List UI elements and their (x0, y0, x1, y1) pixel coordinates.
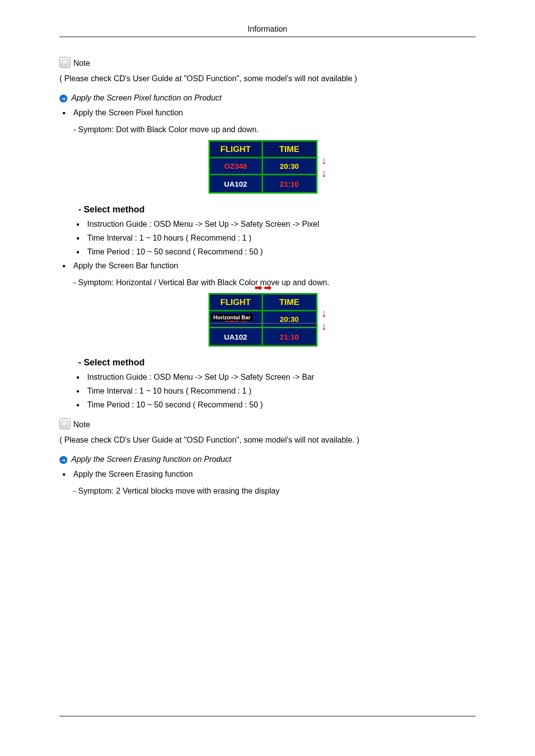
note-text-1: ( Please check CD's User Guide at "OSD F… (59, 73, 476, 85)
page-title: Information (248, 25, 287, 33)
table-header-time: TIME (263, 295, 316, 311)
bar-method-item-0: Instruction Guide : OSD Menu -> Set Up -… (73, 373, 476, 382)
pixel-arrow-title-row: ➜ Apply the Screen Pixel function on Pro… (59, 94, 476, 102)
table-cell-flight-1: UA102 (210, 175, 263, 192)
arrow-down-icon: ↓ (321, 168, 327, 179)
pixel-method-item-0: Instruction Guide : OSD Menu -> Set Up -… (73, 220, 476, 229)
pixel-direction-arrows: ↓ ↓ (321, 155, 327, 179)
pixel-method-item-2: Time Period : 10 ~ 50 second ( Recommend… (73, 248, 476, 256)
table-cell-time-1: 21:10 (263, 175, 316, 192)
erase-bullet: Apply the Screen Erasing function - Symp… (59, 470, 476, 496)
arrow-down-icon: ↓ (321, 155, 327, 166)
table-cell-time-0: 20:30 (263, 158, 316, 175)
bar-horizontal-arrows: ➡ ➡ (255, 283, 271, 292)
erase-symptom: - Symptom: 2 Vertical blocks move with e… (73, 487, 476, 496)
horizontal-bar-label: Horizontal Bar (212, 314, 253, 321)
pixel-arrow-title: Apply the Screen Pixel function on Produ… (71, 94, 221, 102)
arrow-down-icon: ↓ (321, 321, 327, 332)
bar-method-item-1: Time Interval : 1 ~ 10 hours ( Recommend… (73, 387, 476, 396)
erase-arrow-title: Apply the Screen Erasing function on Pro… (71, 455, 231, 464)
note-text-2: ( Please check CD's User Guide at "OSD F… (59, 434, 476, 446)
bar-method-item-2: Time Period : 10 ~ 50 second ( Recommend… (73, 401, 476, 409)
arrow-right-icon: ➡ (264, 283, 271, 292)
bar-figure: ➡ ➡ FLIGHT TIME OZ348 20:30 UA102 21:10 … (59, 293, 476, 347)
pixel-symptom: - Symptom: Dot with Black Color move up … (73, 125, 476, 134)
bar-direction-arrows: ↓ ↓ (321, 308, 327, 332)
table-cell-flight-1: UA102 (210, 328, 263, 345)
arrow-right-icon: ➡ (255, 283, 262, 292)
table-header-flight: FLIGHT (210, 142, 263, 158)
erase-arrow-title-row: ➜ Apply the Screen Erasing function on P… (59, 455, 476, 464)
note-label: Note (73, 59, 90, 68)
table-cell-time-1: 21:10 (263, 328, 316, 345)
arrow-right-icon: ➜ (59, 95, 67, 102)
table-cell-flight-0: OZ348 (210, 158, 263, 175)
bar-select-method-heading: - Select method (78, 357, 476, 368)
note-label: Note (73, 420, 90, 429)
pixel-select-method-heading: - Select method (78, 204, 476, 215)
pixel-method-item-1: Time Interval : 1 ~ 10 hours ( Recommend… (73, 234, 476, 243)
note-icon (59, 57, 70, 68)
table-header-flight: FLIGHT (210, 295, 263, 311)
bar-symptom: - Symptom: Horizontal / Vertical Bar wit… (73, 278, 476, 287)
pixel-figure: FLIGHT TIME OZ348 20:30 UA102 21:10 ↓ ↓ (59, 140, 476, 194)
table-header-time: TIME (263, 142, 316, 158)
note-block-2: Note (59, 418, 476, 429)
page-header: Information (59, 25, 476, 37)
arrow-right-icon: ➜ (59, 456, 67, 464)
arrow-down-icon: ↓ (321, 308, 327, 319)
note-block-1: Note (59, 57, 476, 68)
horizontal-bar-overlay (209, 323, 318, 328)
footer-rule (59, 716, 476, 716)
pixel-bullet: Apply the Screen Pixel function - Sympto… (59, 108, 476, 134)
note-icon (59, 418, 70, 429)
